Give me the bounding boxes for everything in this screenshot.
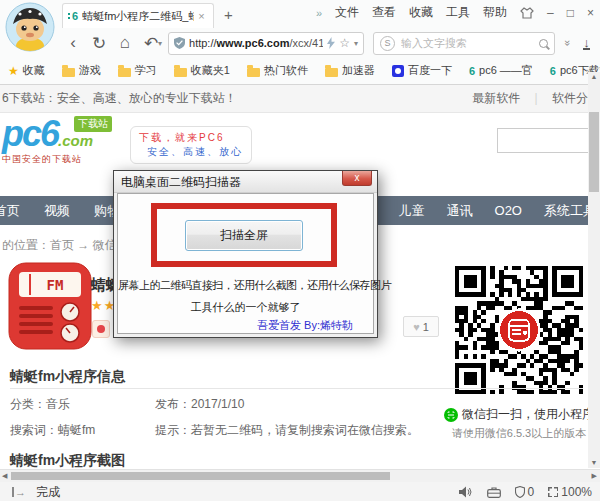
wechat-scan-icon xyxy=(444,408,458,422)
qr-scanner-dialog: 电脑桌面二维码扫描器 x 扫描全屏 屏幕上的二维码直接扫，还用什么截图，还用什么… xyxy=(113,170,378,338)
nav-home[interactable]: 首页 xyxy=(0,202,20,220)
app-category: 分类：音乐 xyxy=(10,396,70,413)
search-box[interactable]: S xyxy=(373,32,555,55)
undo-dropdown-icon[interactable]: ▾ xyxy=(158,39,162,48)
site-top-links: 最新软件 ｜ 软件分类 xyxy=(472,85,600,112)
folder-icon xyxy=(247,68,260,77)
site-notice-text: 6下载站：安全、高速、放心的专业下载站！ xyxy=(2,90,237,107)
bookmark-folder-study[interactable]: 学习 xyxy=(118,63,157,78)
vertical-scrollbar-thumb[interactable] xyxy=(589,112,599,192)
scan-fullscreen-button[interactable]: 扫描全屏 xyxy=(185,220,303,251)
skin-theme-icon[interactable] xyxy=(520,7,534,19)
browser-tab[interactable]: 6 蜻蜓fm小程序二维码_蜻蜓 × xyxy=(62,3,214,28)
browser-window: 6 蜻蜓fm小程序二维码_蜻蜓 × + » 文件 查看 收藏 工具 帮助 – □… xyxy=(0,0,600,501)
menu-favorites[interactable]: 收藏 xyxy=(409,4,433,21)
bookmarks-bar: ★收藏 游戏 学习 收藏夹1 热门软件 加速器 百度一下 6pc6 ——官 6p… xyxy=(0,58,600,83)
blocked-count: 0 xyxy=(528,485,535,499)
dialog-title-bar[interactable]: 电脑桌面二维码扫描器 xyxy=(114,171,377,193)
red-annotation-box: 扫描全屏 xyxy=(151,203,337,267)
search-input[interactable] xyxy=(399,36,535,50)
url-text: http://www.pc6.com/xcx/41 xyxy=(189,37,323,49)
bookmark-baidu[interactable]: 百度一下 xyxy=(392,63,452,78)
status-arrow-icon: → xyxy=(12,487,26,497)
nav-communication[interactable]: 通讯 xyxy=(447,202,473,220)
menu-tools[interactable]: 工具 xyxy=(446,4,470,21)
nav-o2o[interactable]: O2O xyxy=(495,203,522,218)
refresh-button[interactable]: ↻ xyxy=(86,33,112,54)
vertical-scrollbar[interactable]: ▲ ▼ xyxy=(588,72,600,468)
back-button[interactable]: ‹ xyxy=(60,33,86,53)
favorite-star-icon[interactable]: ☆ xyxy=(339,36,350,50)
scroll-left-icon[interactable]: ◀ xyxy=(2,472,7,480)
weibo-share-icon[interactable] xyxy=(92,320,110,338)
horizontal-scrollbar[interactable]: ◀ ▶ xyxy=(0,469,600,482)
urlbar-dropdown-icon[interactable]: ▾ xyxy=(354,39,358,48)
minimize-button[interactable]: – xyxy=(547,6,554,20)
shield-icon xyxy=(515,486,525,498)
horizontal-scrollbar-thumb[interactable] xyxy=(11,472,390,480)
close-button[interactable]: × xyxy=(587,6,594,20)
browser-mascot-logo[interactable] xyxy=(5,2,55,52)
dialog-credit: 吾爱首发 By:烯特勒 xyxy=(257,318,353,333)
home-button[interactable]: ⌂ xyxy=(112,33,138,53)
logo-tagline: 中国安全的下载站 xyxy=(2,153,127,166)
pc6-favicon-icon: 6 xyxy=(68,10,78,22)
app-publish-date: 发布：2017/1/10 xyxy=(155,396,244,413)
divider xyxy=(10,388,583,389)
link-latest-software[interactable]: 最新软件 xyxy=(472,90,520,107)
folder-icon xyxy=(62,68,75,77)
app-tip: 提示：若暂无二维码，请复制搜索词在微信搜索。 xyxy=(155,422,419,439)
site-search-input[interactable] xyxy=(497,128,600,153)
nav-children[interactable]: 儿童 xyxy=(399,202,425,220)
scroll-right-icon[interactable]: ▶ xyxy=(592,472,597,480)
logo-slogan-bubble: 下载，就来PC6 安全、高速、放心 xyxy=(130,126,252,164)
pc6-favicon-icon: 6 xyxy=(550,65,556,77)
bookmark-folder-hot-software[interactable]: 热门软件 xyxy=(247,63,308,78)
tab-title: 蜻蜓fm小程序二维码_蜻蜓 xyxy=(82,9,194,24)
scroll-up-icon[interactable]: ▲ xyxy=(588,73,600,80)
app-info-title: 蜻蜓fm小程序信息 xyxy=(10,368,125,386)
security-shield-icon[interactable] xyxy=(174,37,185,49)
folder-icon xyxy=(174,68,187,77)
download-manager-icon[interactable]: ↓ xyxy=(583,37,590,50)
bookmark-folder-accelerator[interactable]: 加速器 xyxy=(325,63,375,78)
search-icon[interactable] xyxy=(539,39,548,48)
status-bar: → 完成 0 100% xyxy=(0,481,600,501)
dialog-close-button[interactable]: x xyxy=(342,171,372,186)
maximize-button[interactable]: □ xyxy=(567,6,574,20)
pc6-logo[interactable]: pc6.com 下载站 中国安全的下载站 xyxy=(2,116,127,166)
address-bar[interactable]: http://www.pc6.com/xcx/41 ☆ ▾ xyxy=(168,32,364,55)
menu-overflow-icon[interactable]: » xyxy=(316,7,322,19)
qr-caption: 微信扫一扫，使用小程序 xyxy=(443,406,595,423)
status-text: 完成 xyxy=(36,484,60,501)
ad-block-indicator[interactable]: 0 xyxy=(515,485,535,499)
folder-icon xyxy=(325,68,338,77)
tab-close-icon[interactable]: × xyxy=(198,10,204,22)
menu-file[interactable]: 文件 xyxy=(335,4,359,21)
browser-chrome: 6 蜻蜓fm小程序二维码_蜻蜓 × + » 文件 查看 收藏 工具 帮助 – □… xyxy=(0,0,600,85)
nav-video[interactable]: 视频 xyxy=(44,202,70,220)
dialog-body: 扫描全屏 屏幕上的二维码直接扫，还用什么截图，还用什么保存图片 工具什么的一个就… xyxy=(117,193,374,334)
svg-text:FM: FM xyxy=(47,277,64,293)
bookmark-folder-1[interactable]: 收藏夹1 xyxy=(174,63,230,78)
menu-view[interactable]: 查看 xyxy=(372,4,396,21)
pc6-favicon-icon: 6 xyxy=(469,65,475,77)
bookmark-pc6[interactable]: 6pc6 ——官 xyxy=(469,63,533,78)
volume-icon[interactable] xyxy=(459,486,473,498)
speed-mode-lightning-icon[interactable] xyxy=(327,37,335,49)
bookmark-folder-games[interactable]: 游戏 xyxy=(62,63,101,78)
toolbox-icon[interactable] xyxy=(487,487,501,498)
dialog-description-line2: 工具什么的一个就够了 xyxy=(118,300,373,315)
dialog-description-line1: 屏幕上的二维码直接扫，还用什么截图，还用什么保存图片 xyxy=(118,278,373,293)
like-button[interactable]: ♥ 1 xyxy=(403,316,439,337)
new-tab-button[interactable]: + xyxy=(224,6,233,23)
divider: ｜ xyxy=(530,90,542,107)
folder-icon xyxy=(118,68,131,77)
search-engine-icon[interactable]: S xyxy=(380,36,395,51)
zoom-control[interactable]: 100% xyxy=(548,485,592,499)
qr-code xyxy=(455,263,583,397)
bookmark-favorites[interactable]: ★收藏 xyxy=(8,63,45,78)
scroll-down-icon[interactable]: ▼ xyxy=(588,459,600,466)
menu-help[interactable]: 帮助 xyxy=(483,4,507,21)
collapse-toolbar-icon[interactable]: » xyxy=(562,40,574,46)
